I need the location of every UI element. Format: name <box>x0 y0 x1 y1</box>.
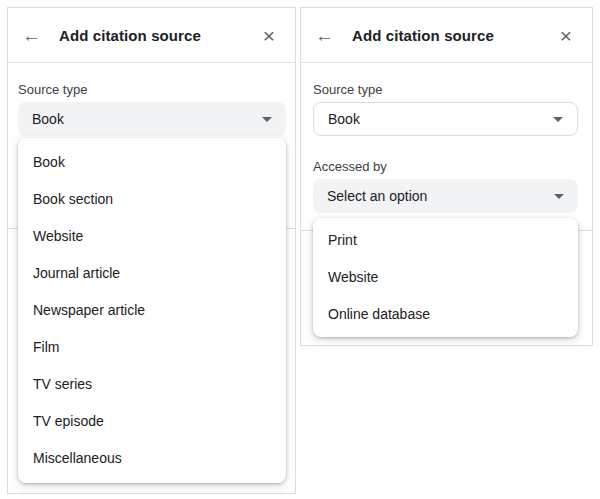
dropdown-option-online-database[interactable]: Online database <box>313 296 578 333</box>
dropdown-option-website[interactable]: Website <box>313 259 578 296</box>
accessed-by-select[interactable]: Select an option <box>313 179 578 213</box>
page-title: Add citation source <box>59 27 201 44</box>
source-type-select[interactable]: Book <box>18 102 286 136</box>
dropdown-option-journal-article[interactable]: Journal article <box>18 255 286 292</box>
dropdown-option-tv-episode[interactable]: TV episode <box>18 403 286 440</box>
source-type-select[interactable]: Book <box>313 102 578 136</box>
select-value: Book <box>328 111 360 127</box>
dropdown-option-print[interactable]: Print <box>313 222 578 259</box>
dropdown-option-website[interactable]: Website <box>18 218 286 255</box>
back-arrow-icon[interactable]: ← <box>22 26 41 45</box>
select-value: Book <box>32 111 64 127</box>
chevron-down-icon <box>553 117 563 122</box>
dropdown-option-newspaper-article[interactable]: Newspaper article <box>18 292 286 329</box>
close-icon[interactable]: × <box>560 25 572 46</box>
dropdown-option-film[interactable]: Film <box>18 329 286 366</box>
select-value: Select an option <box>327 188 427 204</box>
accessed-by-dropdown-menu: Print Website Online database <box>313 218 578 337</box>
back-arrow-icon[interactable]: ← <box>315 26 334 45</box>
dropdown-option-tv-series[interactable]: TV series <box>18 366 286 403</box>
close-icon[interactable]: × <box>263 25 275 46</box>
source-type-label: Source type <box>18 82 87 98</box>
panel-header: ← Add citation source × <box>8 8 295 63</box>
dropdown-option-book-section[interactable]: Book section <box>18 181 286 218</box>
dropdown-option-book[interactable]: Book <box>18 144 286 181</box>
chevron-down-icon <box>262 117 272 122</box>
page-title: Add citation source <box>352 27 494 44</box>
source-type-label: Source type <box>313 82 382 98</box>
accessed-by-label: Accessed by <box>313 159 387 175</box>
dropdown-option-miscellaneous[interactable]: Miscellaneous <box>18 440 286 477</box>
chevron-down-icon <box>554 194 564 199</box>
source-type-dropdown-menu: Book Book section Website Journal articl… <box>18 138 286 483</box>
citation-dialog-accessed-by-open: ← Add citation source × Source type Book… <box>300 7 593 346</box>
panel-header: ← Add citation source × <box>301 8 592 63</box>
citation-dialog-source-type-open: ← Add citation source × Source type Book… <box>7 7 296 494</box>
